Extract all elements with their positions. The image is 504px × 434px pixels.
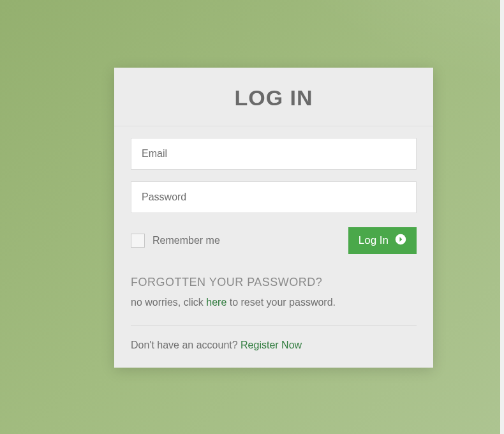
register-prefix: Don't have an account? (131, 340, 241, 350)
password-field[interactable] (131, 181, 417, 213)
register-text: Don't have an account? Register Now (131, 340, 417, 351)
divider (131, 325, 417, 326)
scrollbar[interactable] (500, 0, 504, 434)
chevron-circle-right-icon (395, 234, 406, 248)
remember-label: Remember me (152, 235, 220, 246)
forgot-prefix: no worries, click (131, 297, 206, 308)
register-link[interactable]: Register Now (241, 340, 302, 350)
forgot-password-title: FORGOTTEN YOUR PASSWORD? (131, 276, 417, 289)
email-field[interactable] (131, 138, 417, 170)
actions-row: Remember me Log In (131, 227, 417, 254)
remember-me: Remember me (131, 234, 220, 248)
card-body: Remember me Log In FORGOTTEN YOUR PASSWO… (114, 126, 433, 368)
login-button-label: Log In (359, 234, 389, 247)
forgot-suffix: to reset your password. (226, 297, 336, 308)
forgot-password-link[interactable]: here (206, 297, 226, 308)
page-title: LOG IN (127, 86, 420, 110)
login-button[interactable]: Log In (348, 227, 417, 254)
card-header: LOG IN (114, 68, 433, 126)
forgot-password-text: no worries, click here to reset your pas… (131, 297, 417, 308)
remember-checkbox[interactable] (131, 234, 145, 248)
login-card: LOG IN Remember me Log In FORGOTTEN YOUR… (114, 68, 433, 368)
